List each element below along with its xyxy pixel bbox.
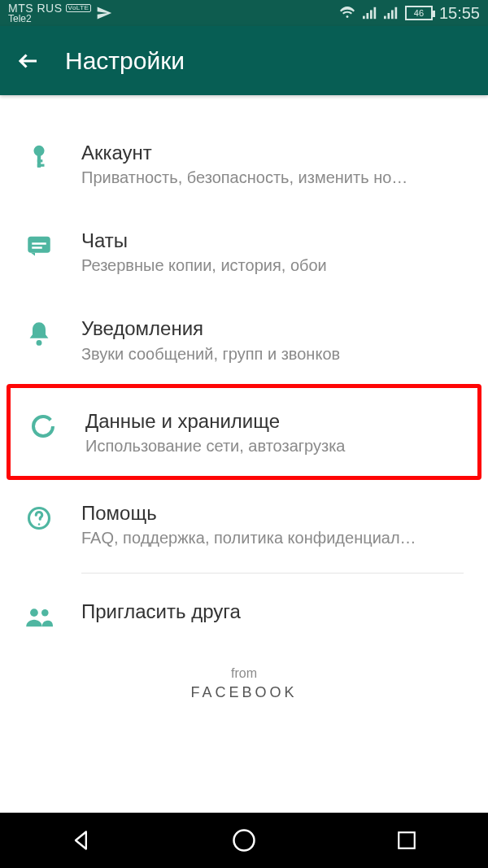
- item-title: Помощь: [81, 500, 470, 526]
- settings-item-data-storage[interactable]: Данные и хранилище Использование сети, а…: [7, 384, 481, 480]
- carrier-info: MTS RUS VoLTE Tele2: [8, 2, 91, 24]
- settings-item-notifications[interactable]: Уведомления Звуки сообщений, групп и зво…: [0, 295, 488, 383]
- svg-point-21: [234, 831, 255, 851]
- carrier-secondary: Tele2: [8, 14, 91, 24]
- settings-item-account[interactable]: Аккаунт Приватность, безопасность, измен…: [0, 120, 488, 207]
- svg-rect-6: [391, 10, 394, 19]
- svg-rect-7: [394, 7, 397, 19]
- settings-item-invite[interactable]: Пригласить друга: [0, 578, 488, 652]
- help-icon: [24, 504, 54, 533]
- svg-rect-14: [32, 246, 42, 249]
- divider: [81, 573, 464, 574]
- item-subtitle: Звуки сообщений, групп и звонков: [81, 345, 470, 364]
- status-bar: MTS RUS VoLTE Tele2 46 15:55: [0, 0, 488, 26]
- svg-rect-5: [387, 13, 390, 19]
- settings-item-chats[interactable]: Чаты Резервные копии, история, обои: [0, 207, 488, 295]
- people-icon: [24, 602, 54, 631]
- footer-brand: FACEBOOK: [0, 684, 488, 701]
- svg-point-18: [38, 523, 41, 526]
- signal-icon-1: [363, 7, 377, 20]
- footer: from FACEBOOK: [0, 666, 488, 701]
- svg-rect-3: [373, 7, 376, 19]
- item-subtitle: Приватность, безопасность, изменить но…: [81, 168, 470, 187]
- svg-point-19: [30, 608, 38, 617]
- wifi-icon: [338, 6, 356, 20]
- svg-rect-1: [366, 13, 368, 19]
- item-subtitle: FAQ, поддержка, политика конфиденциал…: [81, 529, 470, 547]
- data-usage-icon: [28, 412, 58, 441]
- signal-icon-2: [384, 7, 399, 20]
- svg-rect-2: [370, 10, 373, 19]
- settings-list: Аккаунт Приватность, безопасность, измен…: [0, 95, 488, 652]
- svg-rect-4: [384, 16, 386, 20]
- item-title: Уведомления: [81, 316, 470, 341]
- item-subtitle: Резервные копии, история, обои: [81, 256, 470, 275]
- nav-home-button[interactable]: [229, 826, 259, 855]
- volte-badge: VoLTE: [66, 4, 92, 13]
- svg-rect-11: [37, 159, 43, 162]
- footer-from: from: [0, 666, 488, 681]
- key-icon: [24, 143, 54, 172]
- item-title: Аккаунт: [81, 140, 470, 165]
- svg-rect-22: [399, 832, 415, 848]
- svg-rect-0: [363, 16, 365, 20]
- item-subtitle: Использование сети, автозагрузка: [85, 437, 466, 456]
- settings-item-help[interactable]: Помощь FAQ, поддержка, политика конфиден…: [0, 480, 488, 568]
- telegram-icon: [96, 5, 112, 21]
- svg-rect-13: [32, 242, 46, 245]
- item-title: Чаты: [81, 228, 470, 253]
- svg-point-16: [33, 417, 53, 436]
- svg-rect-10: [37, 164, 45, 167]
- svg-point-20: [41, 609, 49, 617]
- carrier-name: MTS RUS: [8, 2, 63, 14]
- nav-recent-button[interactable]: [392, 826, 421, 855]
- battery-icon: 46: [405, 6, 433, 20]
- back-button[interactable]: [16, 49, 41, 73]
- nav-back-button[interactable]: [67, 826, 96, 855]
- svg-point-8: [34, 146, 45, 156]
- chat-icon: [24, 231, 54, 260]
- svg-point-15: [37, 340, 42, 346]
- item-title: Данные и хранилище: [85, 408, 466, 434]
- bell-icon: [24, 319, 54, 348]
- clock: 15:55: [439, 4, 480, 23]
- page-title: Настройки: [65, 47, 185, 75]
- android-nav-bar: [0, 813, 488, 868]
- app-bar: Настройки: [0, 26, 488, 95]
- item-title: Пригласить друга: [81, 599, 470, 624]
- battery-level: 46: [414, 8, 424, 18]
